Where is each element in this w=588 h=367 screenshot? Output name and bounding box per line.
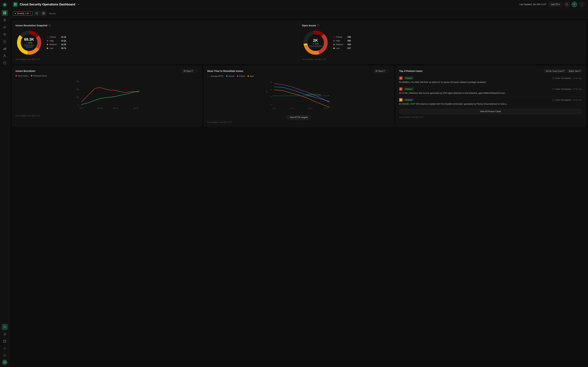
app-icon	[13, 2, 18, 7]
save-filter-button[interactable]	[41, 11, 46, 16]
mttr-controls: All Types ▾ ⋮	[374, 69, 390, 73]
open-label: OPEN ISSUES	[309, 45, 322, 47]
open-value: 2K	[309, 38, 322, 43]
sidebar-item-gear[interactable]	[2, 331, 8, 337]
top-cards-wrapper: Issues Resolution Snapshot ⓘ	[12, 21, 585, 64]
high-line-dot	[248, 75, 249, 77]
mttr-chart: Days 30 20 10 0 Average MTTR 12 Days	[207, 79, 390, 113]
delete-filter-button[interactable]	[34, 11, 39, 16]
investigation-icon-3	[553, 99, 554, 101]
mttr-menu-icon[interactable]: ⋮	[388, 69, 390, 73]
sidebar-item-help[interactable]: ?	[2, 352, 8, 359]
posture-case-2-time: 22 Min Ago	[573, 88, 582, 90]
sidebar: ? JH	[0, 0, 9, 367]
page-title: Cloud Security Operations Dashboard	[20, 3, 75, 6]
view-mttr-button[interactable]: View MTTR Insights	[287, 115, 311, 120]
header: Cloud Security Operations Dashboard ▾ La…	[9, 0, 588, 9]
main-content: Cloud Security Operations Dashboard ▾ La…	[9, 0, 588, 367]
resolved-donut: 68.3K ↗ 20% RESOLVED ISSUES	[16, 29, 43, 56]
open-trend: ↗ 10%	[309, 43, 322, 45]
sidebar-item-config[interactable]	[2, 324, 8, 330]
sidebar-item-visibility[interactable]	[2, 24, 8, 30]
avatar[interactable]: JH	[2, 359, 8, 365]
sidebar-item-reports[interactable]	[2, 38, 8, 44]
svg-point-84	[553, 88, 554, 90]
logo[interactable]	[2, 2, 8, 8]
posture-case-1-severity: C	[399, 76, 403, 80]
sidebar-item-integrations[interactable]	[2, 53, 8, 59]
sidebar-item-dashboard[interactable]	[2, 10, 8, 16]
top-cards-row: Issues Resolution Snapshot ⓘ	[12, 21, 585, 63]
posture-case-2-header: C Posture Under Investigation 22 Min Ago	[399, 87, 582, 91]
posture-title: Top 3 Posture Cases	[399, 70, 423, 72]
refresh-button[interactable]	[564, 2, 570, 7]
sidebar-item-docs[interactable]	[2, 60, 8, 66]
burndown-legend-open: Open Issues	[16, 75, 28, 77]
posture-sort[interactable]: Sort by: Issue Count ▾	[544, 69, 566, 73]
time-range-button[interactable]: Last 7D ▾	[548, 2, 562, 7]
legend-item-high: High 15.2k	[47, 40, 66, 42]
burndown-legend: Open Issues Resolved Issues	[16, 75, 198, 77]
overall-dot	[226, 75, 227, 77]
posture-status[interactable]: Status: New ▾	[567, 69, 582, 73]
mttr-updated: Last Updated: Jan 25th 13:37	[207, 121, 390, 123]
sidebar-item-overview[interactable]	[2, 46, 8, 52]
burndown-controls: All Types ▾ ⋮	[182, 69, 198, 73]
burndown-menu-icon[interactable]: ⋮	[196, 69, 198, 73]
low-dot	[47, 48, 48, 49]
mttr-card: Mean Time to Remediate Issues All Types …	[204, 66, 393, 126]
svg-rect-5	[5, 13, 6, 14]
open-donut: 2K ↗ 10% OPEN ISSUES	[302, 29, 329, 56]
more-options-button[interactable]: ⋮	[579, 2, 585, 7]
svg-text:200: 200	[76, 89, 79, 90]
title-chevron-icon[interactable]: ▾	[78, 3, 79, 6]
mttr-legend: - - Average MTTR Overall Critical High	[207, 75, 390, 77]
filter-chevron-icon: ▾	[30, 12, 31, 15]
svg-line-25	[4, 56, 4, 56]
mttr-legend-high: High	[248, 75, 254, 77]
svg-line-24	[5, 56, 6, 56]
svg-rect-2	[3, 12, 5, 13]
svg-rect-32	[5, 340, 6, 341]
burndown-title: Issues Burndown	[16, 70, 35, 72]
svg-text:Jan 1: Jan 1	[272, 107, 276, 109]
posture-case-2-status: Under Investigation	[553, 88, 571, 90]
open-legend-low: Low 517	[333, 47, 351, 50]
svg-text:0: 0	[271, 104, 272, 106]
mttr-filter[interactable]: All Types ▾	[374, 69, 386, 73]
mttr-legend-critical: Critical	[237, 75, 245, 77]
resolved-issues-card: Issues Resolution Snapshot ⓘ	[12, 21, 299, 63]
svg-text:Jan 15: Jan 15	[98, 107, 103, 109]
open-chart-area: 2K ↗ 10% OPEN ISSUES Critical 256	[302, 29, 582, 56]
posture-case-1-header: C Posture ℹ Under Investigation 10 Min A…	[399, 76, 582, 80]
sidebar-item-settings-small[interactable]	[2, 31, 8, 37]
high-dot	[47, 40, 48, 42]
posture-case-3-header: H Posture Under Investigation 42 Min Ago	[399, 98, 582, 102]
posture-case-1-status: ℹ Under Investigation	[553, 77, 571, 79]
mttr-header: Mean Time to Remediate Issues All Types …	[207, 69, 390, 73]
sidebar-item-grid[interactable]	[2, 338, 8, 344]
posture-case-2-meta: C Posture	[399, 87, 414, 91]
svg-point-29	[4, 326, 5, 327]
burndown-filter[interactable]: All Types ▾	[182, 69, 194, 73]
sidebar-item-alerts[interactable]	[2, 17, 8, 23]
view-all-posture-button[interactable]: View All Posture Cases	[399, 109, 582, 114]
open-legend: Critical 256 High 683 Medium	[333, 36, 351, 50]
posture-case-3-text: ID-422348 | 'GCP VM Instances enabled wi…	[399, 103, 582, 106]
svg-point-11	[4, 34, 5, 35]
severity-filter[interactable]: Severity = All ▾	[13, 11, 33, 16]
svg-rect-17	[4, 48, 5, 50]
sidebar-item-bell[interactable]	[2, 345, 8, 351]
open-low-dot	[333, 48, 335, 49]
posture-case-3: H Posture Under Investigation 42 Min Ago…	[399, 97, 582, 107]
filter-button[interactable]	[572, 2, 577, 7]
svg-point-7	[4, 19, 5, 21]
revert-button[interactable]: Revert	[48, 12, 57, 16]
svg-point-30	[4, 334, 5, 334]
posture-updated: Last Updated: Jan 25th 13:37	[399, 116, 582, 118]
posture-card: Top 3 Posture Cases Sort by: Issue Count…	[396, 66, 585, 126]
svg-text:Jan 30: Jan 30	[133, 107, 138, 109]
svg-rect-40	[16, 5, 17, 6]
filter-dot	[15, 13, 16, 14]
open-updated: Last Updated: Jan 25th 13:37	[302, 58, 582, 60]
